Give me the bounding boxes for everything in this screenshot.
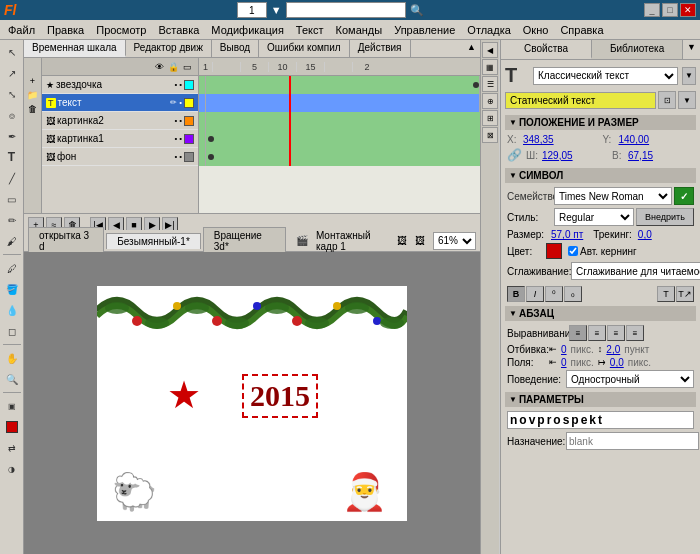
dest-input[interactable]	[566, 432, 699, 450]
rs-btn-3[interactable]: ☰	[482, 76, 498, 92]
layer-row-text[interactable]: T текст ✏ •	[42, 94, 198, 112]
page-number-input[interactable]	[237, 2, 267, 18]
format-super-btn[interactable]: ⁰	[545, 286, 563, 302]
antialias-select[interactable]: Сглаживание для читаемости	[571, 262, 700, 280]
maximize-button[interactable]: □	[662, 3, 678, 17]
text-type-select[interactable]: Классический текст	[533, 67, 678, 85]
x-value[interactable]: 348,35	[523, 134, 554, 145]
pos-size-header[interactable]: ▼ ПОЛОЖЕНИЕ И РАЗМЕР	[505, 115, 696, 130]
auto-kern-checkbox[interactable]	[568, 246, 578, 256]
embed-text-btn[interactable]: Внедрить	[636, 208, 694, 226]
rs-btn-5[interactable]: ⊞	[482, 110, 498, 126]
w-value[interactable]: 129,05	[542, 150, 573, 161]
h-value[interactable]: 67,15	[628, 150, 653, 161]
tab-actions[interactable]: Действия	[350, 40, 411, 57]
minimize-button[interactable]: _	[644, 3, 660, 17]
scene-tab-0[interactable]: открытка 3 d	[28, 227, 104, 254]
symbol-header[interactable]: ▼ СИМВОЛ	[505, 168, 696, 183]
menu-control[interactable]: Управление	[388, 22, 461, 38]
align-left-btn[interactable]: ≡	[569, 325, 587, 341]
behavior-select[interactable]: Однострочный	[566, 370, 694, 388]
lasso-tool[interactable]: ⌾	[2, 105, 22, 125]
fields-left-value[interactable]: 0	[561, 357, 567, 368]
timeline-collapse[interactable]: ▲	[463, 40, 480, 57]
menu-commands[interactable]: Команды	[330, 22, 389, 38]
margin-right-value[interactable]: 2,0	[606, 344, 620, 355]
search-input[interactable]	[286, 2, 406, 18]
params-header[interactable]: ▼ ПАРАМЕТРЫ	[505, 392, 696, 407]
tab-errors[interactable]: Ошибки компил	[259, 40, 350, 57]
rs-btn-4[interactable]: ⊕	[482, 93, 498, 109]
format-sub-btn[interactable]: ₀	[564, 286, 582, 302]
line-tool[interactable]: ╱	[2, 168, 22, 188]
format-right-btn[interactable]: T↗	[676, 286, 694, 302]
zoom-select[interactable]: 61%	[433, 232, 476, 250]
tab-output[interactable]: Вывод	[212, 40, 259, 57]
pencil-tool[interactable]: ✏	[2, 210, 22, 230]
menu-help[interactable]: Справка	[554, 22, 609, 38]
eyedropper-tool[interactable]: 💧	[2, 300, 22, 320]
layer-row-pic1[interactable]: 🖼 картинка1 • •	[42, 130, 198, 148]
layer-row-pic2[interactable]: 🖼 картинка2 • •	[42, 112, 198, 130]
scene-tab-2[interactable]: Вращение 3d*	[203, 227, 286, 254]
close-button[interactable]: ✕	[680, 3, 696, 17]
format-italic-btn[interactable]: I	[526, 286, 544, 302]
rs-btn-2[interactable]: ▦	[482, 59, 498, 75]
paint-bucket-tool[interactable]: 🪣	[2, 279, 22, 299]
free-transform-tool[interactable]: ⤡	[2, 84, 22, 104]
y-value[interactable]: 140,00	[619, 134, 650, 145]
menu-edit[interactable]: Правка	[41, 22, 90, 38]
embed-icon-btn[interactable]: ⊡	[658, 91, 676, 109]
reset-colors[interactable]: ◑	[2, 459, 22, 479]
swap-colors[interactable]: ⇄	[2, 438, 22, 458]
align-center-btn[interactable]: ≡	[588, 325, 606, 341]
new-layer-btn[interactable]: +	[26, 76, 40, 90]
color-swatch[interactable]	[546, 243, 562, 259]
fields-right-value[interactable]: 0,0	[610, 357, 624, 368]
brush-tool[interactable]: 🖌	[2, 231, 22, 251]
ink-bottle-tool[interactable]: 🖊	[2, 258, 22, 278]
tab-properties[interactable]: Свойства	[501, 40, 592, 59]
tab-library[interactable]: Библиотека	[592, 40, 683, 59]
format-bold-btn[interactable]: B	[507, 286, 525, 302]
tracking-value[interactable]: 0,0	[638, 229, 652, 240]
new-folder-btn[interactable]: 📁	[26, 90, 40, 104]
subselect-tool[interactable]: ↗	[2, 63, 22, 83]
pen-tool[interactable]: ✒	[2, 126, 22, 146]
arrow-tool[interactable]: ↖	[2, 42, 22, 62]
text-tool[interactable]: T	[2, 147, 22, 167]
menu-modify[interactable]: Модификация	[205, 22, 290, 38]
margin-left-value[interactable]: 0	[561, 344, 567, 355]
para-header[interactable]: ▼ АБЗАЦ	[505, 306, 696, 321]
text-2015-element[interactable]: 2015	[242, 374, 318, 418]
menu-debug[interactable]: Отладка	[461, 22, 516, 38]
layer-row-zvezdochka[interactable]: ★ звездочка • •	[42, 76, 198, 94]
var-name-input[interactable]	[507, 411, 694, 429]
delete-layer-btn[interactable]: 🗑	[26, 104, 40, 118]
layer-row-fon[interactable]: 🖼 фон • •	[42, 148, 198, 166]
menu-window[interactable]: Окно	[517, 22, 555, 38]
family-select[interactable]: Times New Roman	[554, 187, 672, 205]
align-right-btn[interactable]: ≡	[607, 325, 625, 341]
rs-btn-1[interactable]: ◀	[482, 42, 498, 58]
scene-tab-1[interactable]: Безымянный-1*	[106, 233, 201, 249]
menu-text[interactable]: Текст	[290, 22, 330, 38]
panel-collapse-btn[interactable]: ▼	[683, 40, 700, 59]
zoom-tool[interactable]: 🔍	[2, 369, 22, 389]
hand-tool[interactable]: ✋	[2, 348, 22, 368]
eraser-tool[interactable]: ◻	[2, 321, 22, 341]
style-select[interactable]: Regular	[554, 208, 634, 226]
font-check-btn[interactable]: ✓	[674, 187, 694, 205]
menu-file[interactable]: Файл	[2, 22, 41, 38]
embed-options-btn[interactable]: ▼	[678, 91, 696, 109]
size-value[interactable]: 57,0 пт	[551, 229, 583, 240]
tab-motion-editor[interactable]: Редактор движ	[126, 40, 212, 57]
rect-tool[interactable]: ▭	[2, 189, 22, 209]
format-left-btn[interactable]: T	[657, 286, 675, 302]
fill-color[interactable]	[2, 417, 22, 437]
type-dropdown-btn[interactable]: ▼	[682, 67, 696, 85]
tab-timeline[interactable]: Временная шкала	[24, 40, 126, 57]
rs-btn-6[interactable]: ⊠	[482, 127, 498, 143]
menu-insert[interactable]: Вставка	[152, 22, 205, 38]
menu-view[interactable]: Просмотр	[90, 22, 152, 38]
